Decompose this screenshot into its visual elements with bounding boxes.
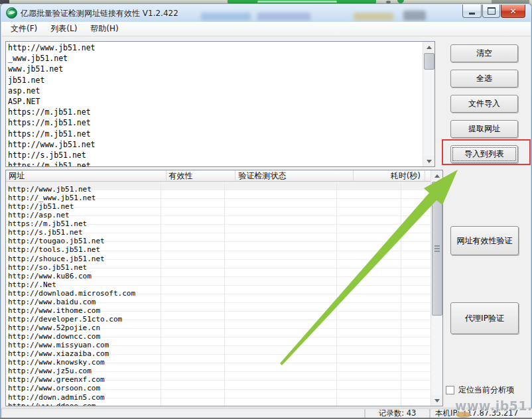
maximize-button[interactable] bbox=[482, 5, 500, 18]
list-scrollbar[interactable] bbox=[431, 170, 442, 406]
scrollbar-thumb[interactable] bbox=[424, 53, 434, 70]
status-local-ip: 本机IP: 117.87.35.217 bbox=[430, 408, 532, 418]
list-item[interactable]: http://www.baidu.com bbox=[6, 294, 431, 303]
list-item[interactable]: http://www.ddooo.com bbox=[6, 398, 431, 406]
checkbox-label: 定位当前分析项 bbox=[458, 385, 514, 396]
url-input-line: http://www.jb51.net bbox=[8, 139, 423, 150]
glass-reflection-blob bbox=[354, 13, 393, 21]
grid-line bbox=[336, 182, 337, 406]
list-item[interactable]: http://www.jb51.net bbox=[6, 182, 431, 190]
list-item[interactable]: http://down.admin5.com bbox=[6, 390, 431, 398]
list-item[interactable]: http://s.jb51.net bbox=[6, 225, 431, 233]
menu-bar: 文件(F) 列表(L) 帮助(H) bbox=[1, 22, 531, 36]
url-input-line: https://m.jb51.net bbox=[8, 117, 423, 128]
import-to-list-button[interactable]: 导入到列表 bbox=[450, 145, 518, 163]
checkbox-icon[interactable] bbox=[446, 386, 454, 394]
proxy-ip-validate-button[interactable]: 代理IP验证 bbox=[450, 302, 519, 334]
menu-file[interactable]: 文件(F) bbox=[4, 21, 44, 36]
list-item[interactable]: http://tougao.jb51.net bbox=[6, 233, 431, 242]
glass-reflection-blob bbox=[403, 11, 426, 21]
extract-urls-button[interactable]: 提取网址 bbox=[450, 120, 518, 138]
list-rows: http://www.jb51.nethttp://_www.jb51.neth… bbox=[6, 182, 431, 406]
column-header-validity[interactable]: 有效性 bbox=[166, 170, 236, 182]
close-icon: ✕ bbox=[509, 7, 516, 16]
list-item[interactable]: http://jb51.net bbox=[6, 199, 431, 208]
url-input-line: https://m.jb51.net bbox=[8, 129, 423, 139]
list-item[interactable]: https://m.jb51.net bbox=[6, 216, 431, 225]
url-input-area[interactable]: http://www.jb51.net_www.jb51.netwww.jb51… bbox=[5, 41, 435, 167]
window-title: 亿愿批量验证检测网址链接有效性 V1.2.422 bbox=[21, 8, 178, 19]
url-input-line: asp.net bbox=[8, 86, 423, 96]
url-input-line: jb51.net bbox=[8, 75, 423, 86]
grid-line bbox=[401, 182, 401, 406]
close-button[interactable]: ✕ bbox=[501, 5, 525, 18]
clear-button[interactable]: 清空 bbox=[450, 44, 518, 62]
list-item-url: http://www.ddooo.com bbox=[6, 402, 96, 406]
list-item[interactable]: http://developer.51cto.com bbox=[6, 312, 431, 320]
scroll-down-icon[interactable] bbox=[423, 156, 434, 166]
url-input-line: http://s.jb51.net bbox=[8, 150, 423, 160]
url-input-line: ASP.NET bbox=[8, 96, 423, 107]
list-item[interactable]: http://www.52pojie.cn bbox=[6, 320, 431, 329]
column-header-url[interactable]: 网址 bbox=[6, 170, 166, 182]
list-item[interactable]: http://www.jz5u.com bbox=[6, 363, 431, 372]
list-item[interactable]: http://www.orsoon.com bbox=[6, 381, 431, 389]
list-item[interactable]: http://www.ku86.com bbox=[6, 269, 431, 277]
file-import-button[interactable]: 文件导入 bbox=[450, 95, 518, 113]
minimize-icon bbox=[469, 13, 475, 15]
app-icon bbox=[6, 7, 17, 19]
list-item[interactable]: http://shouce.jb51.net bbox=[6, 251, 431, 260]
url-list: 网址 有效性 验证检测状态 耗时(秒) http://www.jb51.neth… bbox=[5, 170, 443, 406]
url-input-line: https://m.jb51.net bbox=[8, 107, 423, 117]
list-item[interactable]: http://www.downcc.com bbox=[6, 329, 431, 337]
url-input-lines: http://www.jb51.net_www.jb51.netwww.jb51… bbox=[8, 42, 423, 166]
glass-reflection-blob bbox=[257, 13, 310, 21]
scroll-down-icon[interactable] bbox=[431, 395, 442, 406]
column-header-status[interactable]: 验证检测状态 bbox=[235, 170, 354, 182]
list-item[interactable]: http://www.missyuan.com bbox=[6, 337, 431, 346]
url-input-line: http://www.jb51.net bbox=[8, 42, 423, 53]
maximize-icon bbox=[488, 7, 496, 15]
list-item[interactable]: http://_www.jb51.net bbox=[6, 190, 431, 199]
list-item[interactable]: http://so.jb51.net bbox=[6, 260, 431, 269]
locate-current-item-checkbox[interactable]: 定位当前分析项 bbox=[446, 385, 529, 395]
url-input-line: https://m.jb51.net bbox=[8, 160, 423, 166]
url-input-scrollbar[interactable] bbox=[423, 42, 434, 166]
list-item[interactable]: http://www.xiazaiba.com bbox=[6, 346, 431, 355]
status-record-count: 记录数: 43 bbox=[365, 408, 430, 418]
glass-reflection-blob bbox=[201, 13, 251, 21]
column-header-elapsed[interactable]: 耗时(秒) bbox=[354, 170, 425, 182]
menu-list[interactable]: 列表(L) bbox=[44, 21, 84, 36]
scroll-up-icon[interactable] bbox=[423, 42, 434, 52]
minimize-button[interactable] bbox=[462, 5, 482, 18]
list-header: 网址 有效性 验证检测状态 耗时(秒) bbox=[6, 170, 431, 182]
status-bar: 记录数: 43 本机IP: 117.87.35.217 bbox=[1, 407, 531, 418]
scroll-up-icon[interactable] bbox=[431, 170, 442, 181]
list-item[interactable]: http://www.knowsky.com bbox=[6, 355, 431, 363]
list-item[interactable]: http://tools.jb51.net bbox=[6, 242, 431, 251]
grid-line bbox=[224, 182, 225, 406]
list-item[interactable]: http://www.greenxf.com bbox=[6, 372, 431, 381]
list-item[interactable]: http://www.ithome.com bbox=[6, 303, 431, 312]
grid-line bbox=[161, 182, 161, 406]
menu-help[interactable]: 帮助(H) bbox=[84, 21, 125, 36]
list-item[interactable]: http://download.microsoft.com bbox=[6, 286, 431, 294]
scrollbar-thumb[interactable] bbox=[432, 182, 442, 316]
url-input-line: www.jb51.net bbox=[8, 64, 423, 74]
status-panel-empty bbox=[1, 408, 365, 418]
background-green-button-text bbox=[257, 1, 337, 3]
select-all-button[interactable]: 全选 bbox=[450, 70, 518, 88]
validate-urls-button[interactable]: 网址有效性验证 bbox=[450, 226, 519, 255]
url-input-line: _www.jb51.net bbox=[8, 53, 423, 64]
